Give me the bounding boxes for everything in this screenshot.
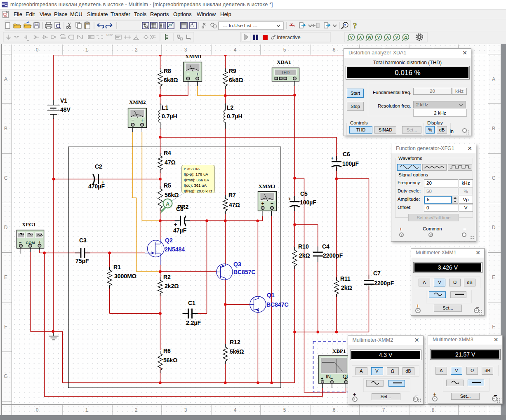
svg-text:56kΩ: 56kΩ	[165, 192, 179, 198]
svg-text:E: E	[492, 275, 495, 280]
svg-text:R11: R11	[340, 275, 351, 282]
svg-text:−: −	[131, 117, 134, 123]
svg-text:V1: V1	[60, 97, 67, 104]
svg-text:BC847C: BC847C	[266, 301, 289, 308]
svg-text:+: +	[288, 196, 291, 202]
svg-text:XBP1: XBP1	[332, 348, 346, 354]
svg-text:XFG1: XFG1	[22, 221, 36, 228]
svg-text:2.2µF: 2.2µF	[186, 319, 201, 326]
svg-text:C6: C6	[343, 151, 350, 157]
svg-text:47Ω: 47Ω	[229, 202, 240, 208]
svg-text:R7: R7	[228, 192, 236, 198]
svg-text:Interactive: Interactive	[277, 35, 301, 40]
svg-text:C2: C2	[95, 163, 102, 170]
svg-text:5: 5	[283, 47, 286, 53]
svg-text:2: 2	[135, 47, 138, 53]
svg-text:V: V	[377, 35, 380, 40]
svg-text:R8: R8	[164, 68, 171, 74]
svg-text:XMM3: XMM3	[259, 183, 275, 189]
svg-text:+: +	[174, 222, 177, 228]
svg-text:470µF: 470µF	[88, 183, 105, 190]
svg-text:56kΩ: 56kΩ	[163, 357, 178, 364]
svg-text:V: V	[395, 35, 398, 40]
svg-text:2kΩ: 2kΩ	[299, 252, 310, 259]
svg-text:0: 0	[36, 47, 39, 53]
svg-text:6k8Ω: 6k8Ω	[229, 77, 243, 83]
svg-text:L2: L2	[227, 104, 234, 111]
svg-text:100µF: 100µF	[300, 199, 316, 206]
svg-text:A: A	[492, 76, 495, 82]
svg-text:R5: R5	[164, 182, 171, 189]
svg-text:1: 1	[85, 47, 88, 53]
svg-text:47Ω: 47Ω	[165, 159, 176, 166]
svg-text:Q3: Q3	[233, 261, 241, 267]
svg-text:3000MΩ: 3000MΩ	[114, 273, 137, 279]
svg-text:2N5484: 2N5484	[165, 246, 185, 253]
svg-text:A: A	[386, 35, 389, 40]
svg-text:R9: R9	[229, 68, 236, 74]
svg-text:47µF: 47µF	[173, 227, 187, 234]
svg-text:5: 5	[283, 407, 286, 413]
svg-text:R10: R10	[298, 243, 309, 250]
svg-text:4: 4	[234, 47, 237, 53]
svg-text:C5: C5	[300, 190, 308, 197]
svg-text:0.7µH: 0.7µH	[227, 113, 242, 120]
svg-text:2200pF: 2200pF	[374, 280, 394, 286]
svg-text:A: A	[4, 76, 7, 82]
svg-text:XMM1: XMM1	[185, 55, 202, 59]
svg-text:C1: C1	[188, 300, 195, 306]
svg-text:1: 1	[85, 407, 88, 413]
svg-text:+: +	[196, 71, 199, 77]
svg-text:+: +	[141, 117, 144, 123]
svg-text:R4: R4	[164, 150, 171, 156]
svg-text:I: 353 uA: I: 353 uA	[184, 167, 200, 171]
svg-text:48V: 48V	[60, 106, 71, 113]
svg-text:?: ?	[353, 21, 357, 30]
svg-text:C: C	[4, 175, 8, 181]
svg-text:5k6Ω: 5k6Ω	[230, 348, 244, 355]
svg-text:2: 2	[135, 407, 138, 413]
svg-text:2k2Ω: 2k2Ω	[165, 283, 179, 289]
svg-text:Q2: Q2	[165, 237, 173, 244]
svg-text:+: +	[321, 376, 323, 381]
svg-text:R12: R12	[230, 339, 240, 345]
svg-text:6: 6	[333, 47, 336, 53]
svg-text:Ω: Ω	[404, 35, 407, 40]
svg-text:A: A	[166, 201, 169, 207]
svg-text:4: 4	[234, 407, 237, 413]
svg-text:L1: L1	[162, 104, 169, 111]
svg-text:I(rms): 366 uA: I(rms): 366 uA	[184, 178, 209, 182]
svg-text:0.7µH: 0.7µH	[162, 113, 177, 120]
svg-text:XMM2: XMM2	[129, 99, 146, 105]
svg-text:XDA1: XDA1	[277, 59, 291, 65]
svg-text:B: B	[492, 126, 495, 131]
svg-text:C: C	[492, 175, 496, 181]
svg-text:I(dc): 361 uA: I(dc): 361 uA	[184, 183, 207, 188]
svg-text:D: D	[4, 225, 8, 230]
svg-text:0: 0	[36, 407, 39, 413]
svg-text:C3: C3	[79, 237, 87, 244]
svg-text:B: B	[4, 126, 7, 131]
svg-text:R2: R2	[163, 274, 171, 280]
svg-text:+: +	[261, 200, 264, 206]
svg-text:G: G	[4, 373, 7, 379]
svg-text:W: W	[368, 35, 372, 40]
svg-text:2kΩ: 2kΩ	[341, 284, 352, 291]
svg-text:PR2: PR2	[177, 204, 188, 210]
svg-text:+: +	[331, 155, 334, 161]
svg-text:75pF: 75pF	[75, 258, 89, 264]
svg-text:−: −	[330, 376, 333, 381]
svg-text:7: 7	[382, 407, 385, 413]
svg-text:3: 3	[184, 407, 187, 413]
svg-text:−: −	[186, 71, 190, 77]
svg-text:I(p-p): 178 uA: I(p-p): 178 uA	[184, 172, 209, 176]
svg-text:--- In-Use List ---: --- In-Use List ---	[223, 23, 258, 28]
svg-text:I(freq): 20.0 kHz: I(freq): 20.0 kHz	[184, 189, 213, 193]
svg-text:6k8Ω: 6k8Ω	[164, 77, 178, 83]
svg-text:−: −	[271, 200, 274, 206]
svg-text:F: F	[4, 324, 7, 330]
svg-text:C4: C4	[322, 243, 329, 250]
svg-text:2200pF: 2200pF	[323, 252, 343, 259]
svg-text:3: 3	[184, 47, 187, 53]
svg-text:THD: THD	[281, 70, 290, 75]
